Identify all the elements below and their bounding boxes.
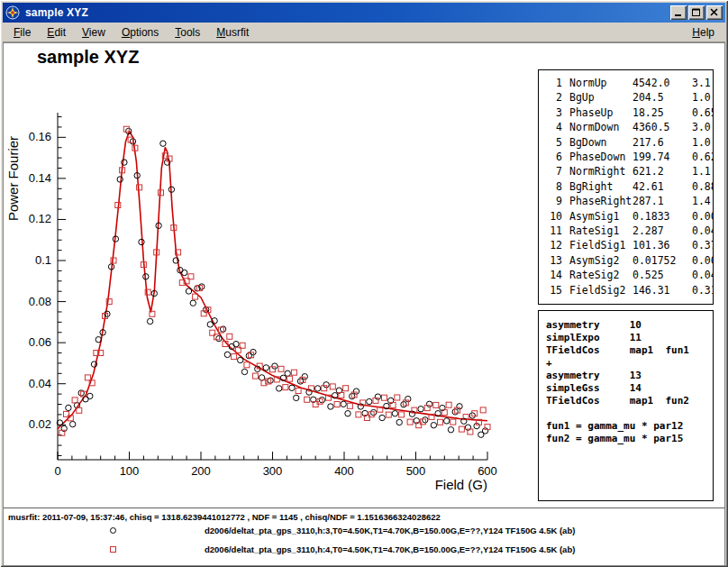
theory-line: asymmetry 13 — [546, 370, 713, 382]
menu-help[interactable]: Help — [684, 24, 723, 41]
parameter-row: 11RateSig12.2870.043 — [546, 224, 713, 238]
param-index: 4 — [546, 120, 562, 134]
maximize-button[interactable] — [688, 5, 705, 20]
param-name: BgDown — [569, 135, 632, 150]
param-error: 1.4 — [692, 194, 713, 208]
root-canvas[interactable]: sample XYZ 01002003004005006000.020.040.… — [3, 42, 725, 566]
menubar-left: FileEditViewOptionsToolsMusrfit — [5, 24, 257, 41]
parameter-row: 2BgUp204.51.0 — [546, 90, 713, 105]
parameter-row: 9PhaseRight287.11.4 — [546, 194, 713, 208]
param-name: PhaseRight — [569, 194, 632, 208]
param-error: 0.65 — [692, 105, 714, 120]
param-error: 0.62 — [692, 150, 714, 164]
legend-item: d2006/deltat_pta_gps_3110,h:4,T0=4.50K,T… — [110, 540, 575, 559]
svg-text:0.1: 0.1 — [35, 253, 51, 267]
menu-mnemonic: H — [692, 26, 700, 39]
svg-text:400: 400 — [334, 464, 354, 478]
param-error: 0.31 — [692, 283, 714, 297]
app-window: sample XYZ FileEditViewOptionsToolsMusrf… — [0, 0, 728, 567]
close-button[interactable] — [706, 5, 723, 20]
parameter-row: 10AsymSig10.18330.0027 — [546, 209, 713, 224]
menu-mnemonic: T — [175, 26, 180, 39]
parameter-row: 1NormUp4542.03.1 — [546, 76, 713, 90]
param-value: 18.25 — [632, 105, 692, 120]
param-name: BgUp — [569, 90, 632, 105]
titlebar[interactable]: sample XYZ — [3, 3, 725, 23]
param-value: 2.287 — [632, 224, 692, 238]
param-index: 15 — [546, 283, 562, 297]
param-error: 0.88 — [692, 179, 714, 194]
svg-text:100: 100 — [120, 464, 140, 478]
circle-marker-icon — [110, 527, 116, 534]
param-error: 0.046 — [692, 268, 714, 282]
menu-file[interactable]: File — [5, 24, 39, 41]
param-error: 0.043 — [692, 224, 714, 238]
fit-line — [58, 132, 487, 429]
param-index: 8 — [546, 179, 562, 194]
param-name: AsymSig2 — [569, 253, 632, 268]
svg-text:600: 600 — [478, 464, 497, 478]
param-index: 2 — [546, 90, 562, 105]
param-value: 287.1 — [632, 194, 692, 208]
axis-labels: 01002003004005006000.020.040.060.080.10.… — [5, 130, 497, 492]
param-error: 3.1 — [692, 76, 713, 90]
param-name: NormDown — [569, 120, 632, 134]
theory-line: asymmetry 10 — [546, 319, 713, 332]
menu-mnemonic: V — [82, 26, 89, 39]
menu-musrfit[interactable]: Musrfit — [208, 24, 257, 41]
y-axis-title: Power Fourier — [5, 136, 21, 221]
parameter-row: 12FieldSig1101.360.37 — [546, 238, 713, 252]
menu-options[interactable]: Options — [114, 24, 167, 41]
param-value: 4360.5 — [632, 120, 692, 134]
svg-text:0.08: 0.08 — [29, 295, 51, 308]
minimize-button[interactable] — [670, 5, 687, 20]
param-name: NormRight — [569, 164, 632, 178]
parameter-row: 15FieldSig2146.310.31 — [546, 283, 713, 297]
app-icon[interactable] — [5, 5, 20, 20]
svg-text:0.06: 0.06 — [29, 335, 51, 349]
x-axis-title: Field (G) — [435, 477, 487, 492]
param-name: BgRight — [569, 179, 632, 194]
param-error: 0.0027 — [692, 209, 714, 224]
menubar-right: Help — [684, 24, 723, 41]
menu-edit[interactable]: Edit — [39, 24, 74, 41]
param-name: PhaseDown — [569, 150, 632, 164]
param-error: 1.1 — [692, 164, 713, 178]
param-value: 621.2 — [632, 164, 692, 178]
param-error: 1.0 — [692, 90, 713, 105]
param-name: FieldSig2 — [569, 283, 632, 297]
param-index: 1 — [546, 76, 562, 90]
parameter-row: 8BgRight42.610.88 — [546, 179, 713, 194]
param-name: PhaseUp — [569, 105, 632, 120]
legend-label: d2006/deltat_pta_gps_3110,h:4,T0=4.50K,T… — [205, 544, 575, 554]
menu-mnemonic: O — [122, 26, 130, 39]
parameter-row: 3PhaseUp18.250.65 — [546, 105, 713, 120]
menu-mnemonic: F — [14, 26, 20, 39]
parameter-row: 7NormRight621.21.1 — [546, 164, 713, 178]
svg-text:0.02: 0.02 — [29, 417, 51, 431]
svg-text:0.14: 0.14 — [29, 171, 51, 185]
param-value: 199.74 — [632, 150, 692, 164]
param-index: 12 — [546, 238, 562, 252]
close-icon — [710, 8, 719, 17]
theory-line: simplExpo 11 — [546, 332, 713, 344]
svg-text:0.12: 0.12 — [29, 212, 51, 225]
param-value: 146.31 — [632, 283, 692, 297]
menu-tools[interactable]: Tools — [167, 24, 208, 41]
menu-mnemonic: E — [47, 26, 54, 39]
param-value: 42.61 — [632, 179, 692, 194]
maximize-icon — [692, 8, 701, 17]
param-index: 14 — [546, 268, 562, 282]
legend: d2006/deltat_pta_gps_3110,h:3,T0=4.50K,T… — [110, 521, 575, 559]
svg-text:0.04: 0.04 — [29, 377, 51, 390]
param-error: 0.37 — [692, 238, 714, 252]
window-title: sample XYZ — [23, 6, 665, 19]
theory-line: fun2 = gamma_mu * par15 — [546, 433, 713, 445]
param-value: 0.1833 — [632, 209, 692, 224]
menu-view[interactable]: View — [74, 24, 114, 41]
param-value: 204.5 — [632, 90, 692, 105]
fourier-power-plot: 01002003004005006000.020.040.060.080.10.… — [4, 43, 526, 512]
param-name: RateSig2 — [569, 268, 632, 282]
param-value: 101.36 — [632, 238, 692, 252]
svg-text:200: 200 — [191, 464, 211, 478]
